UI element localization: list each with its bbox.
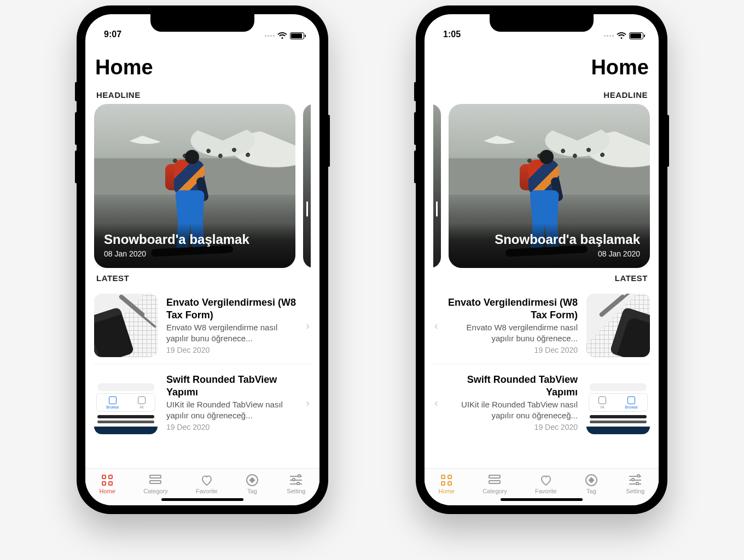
list-item[interactable]: Envato Vergilendirmesi (W8 Tax Form) Env… [94,287,311,364]
status-time: 9:07 [104,30,121,39]
tab-home[interactable]: Home [100,474,115,494]
chevron-right-icon: › [305,319,311,332]
article-thumbnail: Hi Browse [586,371,650,434]
tab-tag[interactable]: Tag [246,474,259,494]
headline-scroller[interactable]: Snowboard'a başlamak 08 Jan 2020 [433,104,650,268]
article-title: Swift Rounded TabView Yapımı [448,374,578,398]
sliders-icon [629,474,642,486]
headline-title: Snowboard'a başlamak [458,232,640,247]
grid-icon [101,474,114,486]
headline-card-peek[interactable] [303,104,311,268]
battery-icon [290,32,304,39]
article-desc: UIKit ile Rounded TabView nasıl yapılır … [448,399,578,421]
phone-ltr: 9:07 Home HEADLINE Snowboard [77,5,328,514]
tab-category[interactable]: Category [143,474,168,494]
section-latest: LATEST [94,268,311,287]
article-desc: Envato W8 vergilendirme nasıl yapılır bu… [448,322,578,343]
tab-tag[interactable]: Tag [585,474,598,494]
article-date: 19 Dec 2020 [448,346,578,354]
chevron-right-icon: › [305,396,311,409]
phone-rtl: 1:05 Home HEADLINE Snowboard [416,5,667,514]
rows-icon [149,474,162,486]
status-time: 1:05 [443,30,461,39]
page-title: Home [94,40,311,85]
heart-icon [200,474,213,486]
cellular-icon [265,35,275,37]
tag-icon [585,474,598,486]
wifi-icon [277,32,287,39]
tab-favorite[interactable]: Favorite [196,474,218,494]
list-item[interactable]: Envato Vergilendirmesi (W8 Tax Form) Env… [433,287,650,364]
tag-icon [246,474,259,486]
article-title: Envato Vergilendirmesi (W8 Tax Form) [166,296,296,321]
section-headline: HEADLINE [94,85,311,104]
headline-title: Snowboard'a başlamak [104,232,286,247]
tab-home[interactable]: Home [439,474,455,494]
page-title: Home [433,40,650,85]
article-date: 19 Dec 2020 [166,423,296,431]
latest-list: Envato Vergilendirmesi (W8 Tax Form) Env… [433,287,650,441]
battery-icon [629,32,643,39]
section-latest: LATEST [433,268,650,287]
section-headline: HEADLINE [433,85,650,104]
chevron-left-icon: ‹ [433,319,439,332]
grid-icon [440,474,453,486]
tab-setting[interactable]: Setting [287,474,305,494]
rows-icon [488,474,501,486]
article-date: 19 Dec 2020 [448,423,578,431]
headline-card[interactable]: Snowboard'a başlamak 08 Jan 2020 [94,104,295,268]
home-indicator [501,498,583,501]
tab-setting[interactable]: Setting [626,474,644,494]
notch [150,14,254,32]
sliders-icon [289,474,303,486]
article-thumbnail [586,294,650,357]
article-thumbnail: Browse Hi [94,371,158,434]
headline-card-peek[interactable] [433,104,441,268]
headline-date: 08 Jan 2020 [458,249,640,258]
cellular-icon [604,35,614,37]
list-item[interactable]: Browse Hi Swift Rounded TabView Yapımı U… [94,364,311,441]
headline-date: 08 Jan 2020 [104,249,286,258]
latest-list: Envato Vergilendirmesi (W8 Tax Form) Env… [94,287,311,441]
article-title: Envato Vergilendirmesi (W8 Tax Form) [448,296,578,321]
headline-scroller[interactable]: Snowboard'a başlamak 08 Jan 2020 [94,104,311,268]
article-desc: UIKit ile Rounded TabView nasıl yapılır … [166,399,296,421]
tab-favorite[interactable]: Favorite [535,474,557,494]
notch [490,14,594,32]
article-desc: Envato W8 vergilendirme nasıl yapılır bu… [166,322,296,343]
list-item[interactable]: Hi Browse Swift Rounded TabView Yapımı U… [433,364,650,441]
article-title: Swift Rounded TabView Yapımı [166,374,296,398]
wifi-icon [617,32,626,39]
headline-card[interactable]: Snowboard'a başlamak 08 Jan 2020 [449,104,650,268]
article-date: 19 Dec 2020 [166,346,296,354]
chevron-left-icon: ‹ [433,396,439,409]
article-thumbnail [94,294,158,357]
heart-icon [539,474,553,486]
home-indicator [161,498,243,501]
tab-category[interactable]: Category [483,474,507,494]
